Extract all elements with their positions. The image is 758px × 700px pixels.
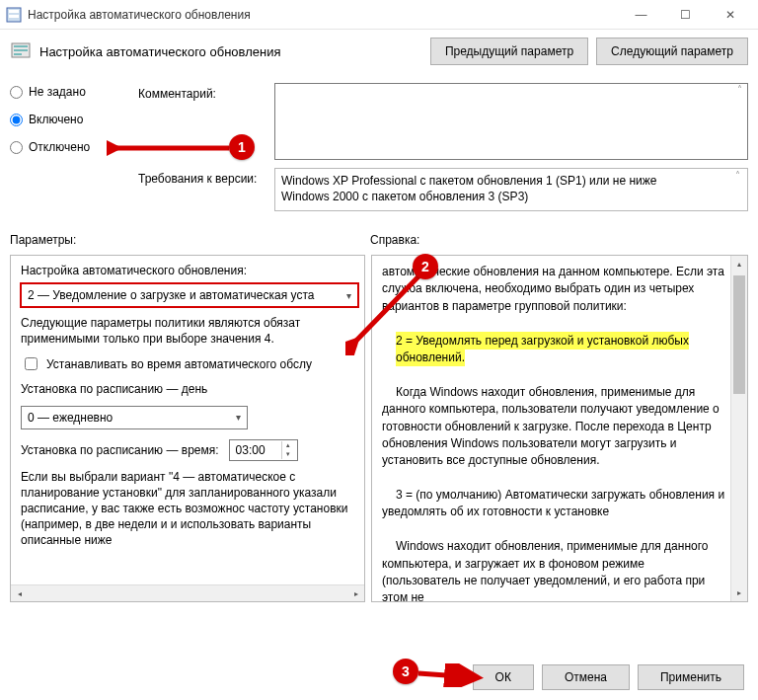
schedule-day-label: Установка по расписанию — день xyxy=(21,381,358,397)
svg-rect-1 xyxy=(9,10,19,13)
titlebar: Настройка автоматического обновления — ☐… xyxy=(0,0,758,30)
gp-config-icon xyxy=(6,7,22,23)
radio-not-configured-input[interactable] xyxy=(10,86,23,99)
previous-setting-button[interactable]: Предыдущий параметр xyxy=(430,38,588,65)
radio-disabled-label: Отключено xyxy=(29,140,90,154)
chevron-down-icon: ▾ xyxy=(236,412,241,423)
policy-icon xyxy=(10,40,32,62)
footer-buttons: ОК Отмена Применить xyxy=(473,664,744,690)
minimize-button[interactable]: — xyxy=(619,1,663,29)
help-p1: автоматические обновления на данном комп… xyxy=(382,264,725,315)
install-during-maintenance-label: Устанавливать во время автоматического о… xyxy=(46,357,312,371)
svg-rect-5 xyxy=(14,49,28,51)
help-heading: Справка: xyxy=(370,233,419,247)
time-spinner[interactable]: ▴▾ xyxy=(281,441,295,459)
options-footer-text: Если вы выбрали вариант "4 — автоматичес… xyxy=(21,469,358,549)
scroll-down-icon[interactable]: ▸ xyxy=(731,584,747,601)
schedule-time-label: Установка по расписанию — время: xyxy=(21,443,219,457)
header-row: Настройка автоматического обновления Пре… xyxy=(10,38,748,65)
close-button[interactable]: ✕ xyxy=(708,1,752,29)
cancel-button[interactable]: Отмена xyxy=(542,664,630,690)
help-p4: 3 = (по умолчанию) Автоматически загружа… xyxy=(382,487,725,521)
radio-enabled-label: Включено xyxy=(29,113,83,126)
requirements-line-2: Windows 2000 с пакетом обновления 3 (SP3… xyxy=(281,189,741,204)
svg-rect-2 xyxy=(9,15,19,18)
radio-enabled-input[interactable] xyxy=(10,114,23,126)
scroll-right-icon[interactable]: ▸ xyxy=(347,585,364,601)
schedule-day-value: 0 — ежедневно xyxy=(28,411,113,425)
scrollbar-thumb[interactable] xyxy=(733,275,745,394)
schedule-time-value: 03:00 xyxy=(236,443,265,457)
help-p5: Windows находит обновления, применимые д… xyxy=(382,538,725,601)
chevron-down-icon: ▾ xyxy=(346,290,351,301)
scroll-up-icon: ˄ xyxy=(737,84,742,95)
install-during-maintenance-checkbox[interactable] xyxy=(25,357,38,370)
radio-not-configured[interactable]: Не задано xyxy=(10,85,128,99)
scroll-up-icon: ˄ xyxy=(735,169,740,183)
radio-disabled-input[interactable] xyxy=(10,141,23,154)
scroll-up-icon[interactable]: ▴ xyxy=(731,256,747,272)
requirements-label: Требования к версии: xyxy=(138,168,266,186)
ok-button[interactable]: ОК xyxy=(473,664,534,690)
radio-enabled[interactable]: Включено xyxy=(10,113,128,126)
install-during-maintenance-row[interactable]: Устанавливать во время автоматического о… xyxy=(21,354,358,373)
scroll-left-icon[interactable]: ◂ xyxy=(11,585,28,601)
schedule-day-dropdown[interactable]: 0 — ежедневно ▾ xyxy=(21,406,248,429)
annotation-3: 3 xyxy=(393,659,418,684)
options-note-line-1: Следующие параметры политики являются об… xyxy=(21,316,300,330)
schedule-time-input[interactable]: 03:00 ▴▾ xyxy=(229,439,298,461)
requirements-line-1: Windows XP Professional с пакетом обновл… xyxy=(281,173,741,189)
apply-button[interactable]: Применить xyxy=(638,664,744,690)
requirements-box: Windows XP Professional с пакетом обновл… xyxy=(274,168,748,211)
options-heading: Параметры: xyxy=(10,233,370,247)
page-title: Настройка автоматического обновления xyxy=(39,44,422,59)
window-title: Настройка автоматического обновления xyxy=(28,8,619,22)
maximize-button[interactable]: ☐ xyxy=(663,1,708,29)
update-config-label: Настройка автоматического обновления: xyxy=(21,264,358,277)
update-mode-value: 2 — Уведомление о загрузке и автоматичес… xyxy=(28,288,314,302)
options-note-line-2: применимыми только при выборе значения 4… xyxy=(21,332,274,346)
help-pane: автоматические обновления на данном комп… xyxy=(371,255,748,602)
next-setting-button[interactable]: Следующий параметр xyxy=(596,38,748,65)
help-p2-highlight: 2 = Уведомлять перед загрузкой и установ… xyxy=(396,332,689,366)
radio-not-configured-label: Не задано xyxy=(29,85,86,99)
options-pane: Настройка автоматического обновления: 2 … xyxy=(10,255,365,602)
svg-rect-6 xyxy=(14,53,22,55)
comment-textarea[interactable]: ˄ xyxy=(274,83,748,160)
options-note: Следующие параметры политики являются об… xyxy=(21,315,358,347)
svg-rect-4 xyxy=(14,45,28,47)
comment-label: Комментарий: xyxy=(138,83,266,101)
svg-line-9 xyxy=(418,673,474,677)
help-scrollbar-v[interactable]: ▴ ▸ xyxy=(730,256,747,601)
help-p3: Когда Windows находит обновления, примен… xyxy=(382,384,725,470)
options-scrollbar-h[interactable]: ◂ ▸ xyxy=(11,584,364,601)
state-radios: Не задано Включено Отключено xyxy=(10,83,128,154)
radio-disabled[interactable]: Отключено xyxy=(10,140,128,154)
update-mode-dropdown[interactable]: 2 — Уведомление о загрузке и автоматичес… xyxy=(21,283,358,307)
